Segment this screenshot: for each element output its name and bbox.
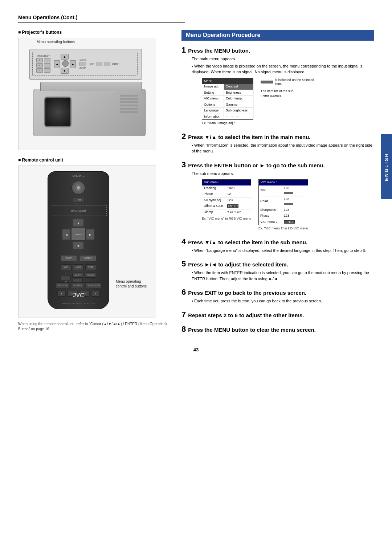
menu-operating-label: Menu operating buttons [37, 40, 75, 44]
step-7: 7 Repeat steps 2 to 6 to adjust the othe… [181, 311, 374, 319]
rgb-val-2: 12 [226, 191, 238, 197]
hd-label-3: Sharpness [259, 207, 282, 213]
hd-row-4: Phase 123 [259, 213, 308, 219]
step-2-number: 2 [181, 132, 186, 140]
menu-box-header: Menu [202, 78, 253, 84]
hd-val-5: ENTER [282, 219, 295, 225]
step-3: 3 Press the ENTER button or ► to go to t… [181, 161, 374, 231]
step-6: 6 Press EXIT to go back to the previous … [181, 288, 374, 304]
hd-row-5: VIC menu 2 ENTER [259, 219, 308, 225]
indicator-annotation: is indicated on the selected item. [261, 78, 315, 86]
hd-vic-menu: VIC menu 1 Tint 123 Color 123 [258, 179, 308, 231]
page: Menu Operations (Cont.) ■ Projector's bu… [0, 0, 392, 555]
step-4-body: When "Language menu" is displayed, selec… [192, 248, 374, 254]
hdr-button[interactable]: HDR [72, 197, 85, 203]
menu-button[interactable]: MENU [80, 255, 96, 261]
projector-image: Menu operating buttons VIC SELECT 1 [18, 38, 156, 150]
step-7-number: 7 [181, 311, 186, 319]
rgb-val-4: ENTER [226, 203, 238, 209]
focus-button[interactable]: FOCUS [85, 273, 96, 278]
off-button[interactable]: ▼ [91, 291, 99, 297]
menu-illustration: Menu Image adj. Contrast Setting Brightn… [202, 78, 374, 126]
rgb-submenu-box: VIC menu Tracking 1020 Phase 12 [202, 179, 251, 215]
menu-caption: Ex. "Main : Image adj." [202, 121, 253, 126]
zoom-label: ZOOM [79, 67, 86, 69]
hd-label-2: Color [259, 199, 282, 204]
step-7-title: 7 Repeat steps 2 to 6 to adjust the othe… [181, 311, 374, 319]
remote-control-label: ■ Remote control unit [18, 158, 171, 163]
nav-enter[interactable]: ENTER [71, 228, 86, 241]
step-5-body: When the item with ENTER indication is s… [192, 270, 374, 282]
exit-button[interactable]: EXIT [61, 255, 77, 261]
step-6-heading: Press EXIT to go back to the previous sc… [188, 290, 306, 296]
hd-label-4: Phase [259, 213, 282, 219]
hd-label-1: Tint [259, 188, 282, 193]
jvc-logo: JVC [73, 292, 84, 299]
step-7-heading: Repeat steps 2 to 6 to adjust the other … [188, 312, 304, 318]
menu-control-label: Menu operating control and buttons [116, 279, 152, 289]
menu-col-left-2: Setting [202, 90, 224, 96]
step-3-number: 3 [181, 161, 186, 169]
vic2-button[interactable]: VIC2 [73, 264, 84, 270]
remote-body: OPERATE ⏻ HDR BACK LIGHT ▲ ▼ ◄ [48, 171, 109, 309]
rgb-row-1: Tracking 1020 [202, 185, 251, 192]
menu-col-right-5: Sub brightness [224, 108, 253, 114]
power-button[interactable]: ⏻ [72, 181, 85, 195]
menu-col-right-4: Gamma [224, 102, 253, 108]
page-header-title: Menu Operations (Cont.) [18, 15, 185, 23]
hd-row-2: Color 123 [259, 196, 308, 207]
rgb-label-3: AD sync adj. [202, 197, 226, 203]
nav-up[interactable]: ▲ [73, 219, 84, 227]
backlight-label: BACK LIGHT [71, 209, 86, 212]
nav-right[interactable]: ► [86, 229, 95, 240]
procedure-header: Menu Operation Procedure [181, 30, 374, 41]
menu-col-left-4: Options [202, 102, 224, 108]
step-6-body: Each time you press the button, you can … [192, 298, 374, 304]
menu-row-3: VIC menu Color temp. [202, 96, 253, 102]
rgb-row-5: Clamp ● ST ○ BP [202, 209, 251, 215]
rgb-label-4: Offset & Gain [202, 203, 226, 209]
keystone-button[interactable]: KEYSTONE [56, 282, 70, 288]
menu-btn-label: MENU [79, 59, 86, 61]
indicator-text: is indicated on the selected item. [275, 78, 315, 86]
vic3-button[interactable]: VIC3 [85, 264, 96, 270]
remote-operate-label: OPERATE [73, 175, 85, 177]
english-tab: ENGLISH [381, 134, 392, 199]
page-number: 43 [18, 347, 374, 352]
hd-row-3: Sharpness 123 [259, 207, 308, 213]
digital-zoom-button[interactable]: DIGITAL ZOOM [85, 282, 102, 288]
menu-col-right-2: Brightness [224, 90, 253, 96]
model-number: RM-M4QK1G REMOTE CONTROL UNIT [62, 302, 95, 305]
vic1-button[interactable]: VIC1 [61, 264, 72, 270]
main-content: ■ Projector's buttons Menu operating but… [18, 30, 374, 340]
shift-button[interactable]: SHIFT [72, 273, 83, 278]
menu-col-left-3: VIC menu [202, 96, 224, 102]
step-5-number: 5 [181, 260, 186, 268]
step-4-number: 4 [181, 238, 186, 246]
step-6-number: 6 [181, 288, 186, 296]
step-1: 1 Press the MENU button. The main menu a… [181, 46, 374, 126]
step-4-bullet-0: When "Language menu" is displayed, selec… [192, 248, 374, 254]
step-2-body: When "Information" is selected, the info… [192, 142, 374, 154]
hd-caption: Ex. "VIC menu 1" in HD VIC menu [258, 226, 308, 231]
nav-left[interactable]: ◄ [62, 229, 71, 240]
submenu-illustration: VIC menu Tracking 1020 Phase 12 [202, 179, 374, 231]
shutter-button[interactable]: SHUTTER [71, 282, 84, 288]
hd-row-1: Tint 123 [259, 185, 308, 196]
step-1-number: 1 [181, 46, 186, 54]
step-6-bullet-0: Each time you press the button, you can … [192, 298, 374, 304]
menu-box: Menu Image adj. Contrast Setting Brightn… [202, 78, 253, 120]
menu-col-left-6: Information [202, 114, 224, 120]
left-column: ■ Projector's buttons Menu operating but… [18, 30, 171, 340]
rgb-caption: Ex. "VIC menu" in RGB VIC menu [202, 216, 251, 221]
vic-row: VIC1 VIC2 VIC3 [61, 264, 96, 270]
nav-down[interactable]: ▼ [73, 242, 84, 250]
rgb-val-1: 1020 [226, 185, 238, 191]
rgb-row-4: Offset & Gain ENTER [202, 203, 251, 209]
exit-label: EXIT [90, 63, 94, 65]
step-1-title: 1 Press the MENU button. [181, 46, 374, 54]
step-5-title: 5 Press ►/◄ to adjust the selected item. [181, 260, 374, 268]
on-button[interactable]: ▼ [58, 291, 66, 297]
step-1-bullet-0: When the video image is projected on the… [192, 63, 374, 75]
keystone-row: KEYSTONE SHUTTER DIGITAL ZOOM [56, 282, 102, 288]
